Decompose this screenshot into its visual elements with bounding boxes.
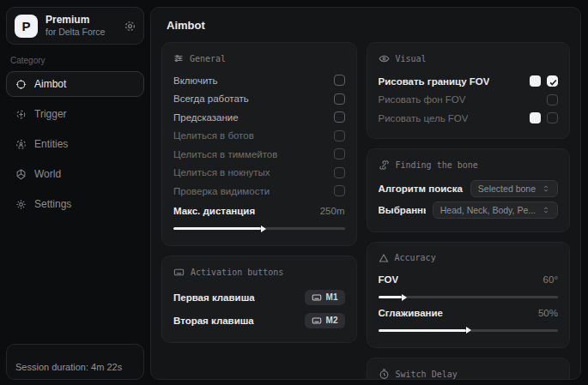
checkbox[interactable] (334, 130, 345, 141)
dropdown-value: Head, Neck, Body, Pe... (440, 205, 536, 215)
brand-logo: P (15, 15, 38, 38)
checkbox[interactable] (334, 93, 345, 105)
color-swatch[interactable] (530, 75, 541, 87)
section-title: Switch Delay (396, 370, 458, 379)
fov-slider: FOV 60° (379, 271, 559, 299)
toggle-row-target-teammates: Целиться в тиммейтов (173, 145, 345, 164)
activation-buttons-card: Activation buttons Первая клавиша M1 Вто… (161, 256, 357, 343)
slider-track[interactable] (173, 227, 345, 230)
unfold-icon (542, 184, 550, 193)
sidebar-item-settings[interactable]: Settings (6, 191, 144, 217)
keybind-value: M2 (326, 316, 338, 325)
keybind-button-m2[interactable]: M2 (305, 313, 345, 328)
color-swatch[interactable] (530, 112, 541, 123)
keybind-row-primary: Первая клавиша M1 (173, 286, 345, 309)
checkbox[interactable] (334, 167, 345, 178)
brand-subtitle: for Delta Force (45, 27, 117, 38)
eye-icon (379, 53, 390, 64)
checkbox[interactable] (334, 111, 345, 123)
selected-bones-row: Выбранные кости Head, Neck, Body, Pe... (379, 200, 559, 221)
slider-value: 250m (320, 206, 345, 216)
checkbox[interactable] (547, 94, 558, 105)
keyboard-icon (173, 267, 185, 278)
keybind-row-secondary: Вторая клавиша M2 (173, 309, 345, 332)
visual-card: Visual Рисовать границу FOV Рисовать фон… (367, 42, 571, 139)
timer-icon (379, 369, 390, 380)
toggle-label: Рисовать фон FOV (379, 94, 466, 105)
toggle-label: Рисовать границу FOV (379, 76, 490, 87)
toggle-row-visibility-check: Проверка видимости (173, 182, 345, 201)
category-label: Category (10, 56, 140, 65)
switch-delay-card: Switch Delay Задержка переключения Задер… (367, 358, 571, 381)
section-title: Visual (396, 54, 427, 63)
keyboard-icon (312, 292, 322, 303)
sidebar-item-world[interactable]: World (6, 161, 144, 187)
toggle-label: Предсказание (173, 112, 239, 123)
bone-algorithm-row: Алгоритм поиска костей Selected bone (379, 178, 559, 200)
section-title: Activation buttons (191, 268, 283, 277)
gear-icon (15, 199, 27, 210)
sidebar-item-label: Entities (34, 138, 68, 150)
dropdown-label: Выбранные кости (379, 205, 426, 215)
slider-label: Макс. дистанция (173, 206, 255, 216)
slider-fill[interactable] (173, 227, 261, 230)
unfold-icon (542, 206, 550, 214)
keyboard-icon (312, 316, 322, 326)
toggle-label: Целиться в нокнутых (173, 167, 270, 177)
sidebar-item-label: World (34, 168, 61, 180)
checkbox[interactable] (334, 185, 345, 196)
slider-label: FOV (379, 274, 399, 285)
selected-bones-select[interactable]: Head, Neck, Body, Pe... (433, 202, 558, 219)
slider-value: 50% (538, 308, 558, 318)
trigger-crosshair-icon (15, 109, 27, 120)
max-distance-slider: Макс. дистанция 250m (173, 202, 345, 231)
toggle-row-prediction: Предсказание (173, 108, 345, 127)
toggle-row-always-work: Всегда работать (173, 90, 345, 109)
keybind-label: Первая клавиша (173, 292, 255, 303)
sidebar-item-label: Settings (34, 198, 71, 210)
keybind-button-m1[interactable]: M1 (305, 290, 345, 305)
slider-track[interactable] (379, 329, 559, 332)
slider-track[interactable] (379, 296, 559, 298)
sidebar-item-aimbot[interactable]: Aimbot (6, 71, 144, 97)
toggle-label: Включить (173, 75, 218, 86)
checkbox[interactable] (334, 75, 345, 86)
brand-card: P Premium for Delta Force (6, 7, 144, 45)
visual-row-fov-background: Рисовать фон FOV (379, 91, 559, 110)
toggle-label: Целиться в ботов (173, 130, 254, 141)
dropdown-label: Алгоритм поиска костей (379, 183, 464, 194)
slider-label: Сглаживание (379, 308, 443, 318)
toggle-label: Всегда работать (173, 93, 249, 104)
finding-bone-card: Finding the bone Алгоритм поиска костей … (367, 148, 571, 232)
visual-row-fov-target: Рисовать цель FOV (379, 109, 559, 128)
crosshair-icon (15, 79, 27, 90)
app-window: P Premium for Delta Force Category Aimbo… (0, 0, 588, 385)
slider-fill[interactable] (379, 329, 467, 332)
accuracy-card: Accuracy FOV 60° Сглаживание (367, 242, 571, 348)
slider-value: 60° (543, 274, 558, 285)
checkbox-checked[interactable] (547, 75, 558, 87)
smoothing-slider: Сглаживание 50% (379, 304, 559, 332)
checkbox[interactable] (334, 148, 345, 159)
toggle-row-target-bots: Целиться в ботов (173, 127, 345, 146)
session-duration: Session duration: 4m 22s (6, 344, 144, 380)
keybind-label: Вторая клавиша (173, 316, 254, 326)
sliders-icon (173, 53, 184, 63)
section-title: Accuracy (395, 253, 436, 262)
toggle-row-enable: Включить (173, 71, 345, 90)
bone-algorithm-select[interactable]: Selected bone (470, 180, 558, 197)
main-panel: Aimbot General Включить Всегда работать (150, 7, 581, 380)
checkbox[interactable] (547, 112, 558, 123)
sidebar-item-entities[interactable]: Entities (6, 131, 144, 157)
bone-icon (379, 159, 390, 171)
sidebar-item-label: Aimbot (34, 78, 66, 90)
loader-icon[interactable] (124, 21, 136, 32)
toggle-row-target-knocked: Целиться в нокнутых (173, 164, 345, 183)
brand-title: Premium (45, 14, 117, 27)
slider-fill[interactable] (379, 296, 402, 298)
sidebar-item-label: Trigger (34, 108, 67, 120)
toggle-label: Рисовать цель FOV (379, 113, 469, 123)
triangle-icon (379, 253, 389, 263)
sidebar-item-trigger[interactable]: Trigger (6, 101, 144, 127)
section-title: Finding the bone (396, 160, 478, 170)
